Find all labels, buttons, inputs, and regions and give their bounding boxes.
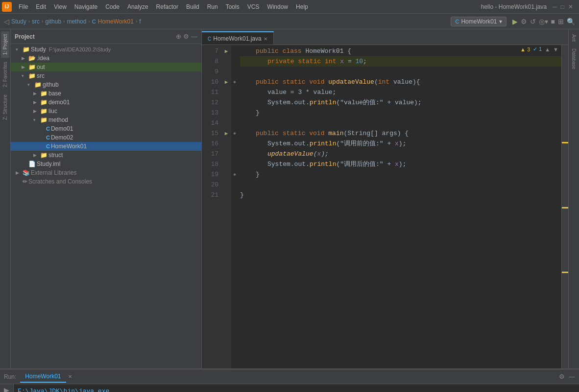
database-tab[interactable]: Database — [570, 46, 578, 72]
tree-idea[interactable]: ▶ 📂 .idea — [11, 54, 201, 63]
expand-arrow[interactable]: ▶ — [22, 56, 27, 61]
expand-arrow[interactable]: ▶ — [33, 100, 39, 105]
tree-root-study[interactable]: ▾ 📁 Study F:\java\IDEA2020.2\Study — [11, 45, 201, 54]
tree-scratches[interactable]: ✏ Scratches and Consoles — [11, 177, 201, 186]
minimize-button[interactable]: ─ — [553, 3, 557, 10]
maximize-button[interactable]: □ — [561, 3, 564, 10]
coverage-icon[interactable]: ◎▾ — [539, 18, 548, 25]
stop-icon[interactable]: ■ — [551, 18, 555, 25]
menu-build[interactable]: Build — [182, 2, 203, 12]
gutter-empty-9 — [221, 67, 231, 77]
sep2: › — [42, 19, 43, 24]
run-tab-close[interactable]: ✕ — [68, 374, 72, 379]
warning-marker-3 — [562, 272, 568, 273]
menu-vcs[interactable]: VCS — [243, 2, 264, 12]
tree-demo02-java[interactable]: C Demo02 — [11, 133, 201, 142]
check-icon: ✓ 1 — [533, 46, 542, 52]
menu-file[interactable]: File — [15, 2, 32, 12]
breadcrumb-github[interactable]: github — [45, 18, 61, 25]
bk-18 — [231, 159, 238, 169]
tree-label: demo01 — [48, 99, 70, 106]
debug-icon[interactable]: ↺ — [530, 18, 536, 25]
menu-code[interactable]: Code — [101, 2, 123, 12]
code-line-20 — [240, 180, 561, 190]
run-config-label: HomeWork01 — [461, 18, 497, 25]
run-config-dropdown-icon[interactable]: ▾ — [499, 18, 502, 25]
tree-label: github — [43, 81, 59, 88]
code-line-11: value = 3 * value; — [240, 87, 561, 97]
menu-refactor[interactable]: Refactor — [152, 2, 182, 12]
nav-up-icon[interactable]: ▲ — [545, 46, 550, 52]
settings-icon[interactable]: ⚙ — [559, 373, 565, 380]
menu-tools[interactable]: Tools — [222, 2, 243, 12]
run-output: F:\Java\JDK\bin\java.exe ... 调用前的值:10 va… — [14, 384, 579, 392]
tree-github[interactable]: ▾ 📁 github — [11, 80, 201, 89]
bk-11 — [231, 87, 238, 97]
breadcrumb-study[interactable]: Study — [11, 18, 26, 25]
editor-tab-homework[interactable]: C HomeWork01.java ✕ — [202, 31, 274, 45]
nav-back-icon[interactable]: ◁ — [4, 18, 9, 25]
expand-arrow[interactable]: ▶ — [33, 91, 39, 96]
line-num-9: 9 — [205, 67, 218, 77]
breadcrumb-src[interactable]: src — [32, 18, 40, 25]
menu-view[interactable]: View — [50, 2, 71, 12]
expand-arrow[interactable]: ▶ — [16, 170, 22, 175]
bottom-with-toolbar: ▶ ↑ ↓ ⟳ ☰ ⊞ 🖨 📌 F:\Java\JDK\bin\java.exe… — [0, 384, 579, 392]
folder-icon: 📁 — [40, 90, 48, 97]
breadcrumb-f[interactable]: f — [139, 18, 141, 25]
tab-close-icon[interactable]: ✕ — [264, 36, 267, 42]
project-tab[interactable]: 1: Project — [1, 31, 9, 58]
minimize-panel-icon[interactable]: — — [569, 373, 575, 380]
menu-run[interactable]: Run — [203, 2, 222, 12]
breadcrumb-homework[interactable]: HomeWork01 — [98, 18, 134, 25]
collapse-icon[interactable]: — — [191, 33, 197, 40]
expand-arrow[interactable]: ▶ — [33, 153, 39, 158]
expand-arrow[interactable]: ▾ — [27, 82, 33, 87]
close-button[interactable]: ✕ — [568, 3, 573, 10]
gutter-empty-16 — [221, 138, 231, 149]
run-btn-15[interactable]: ▶ — [221, 128, 231, 138]
build-icon[interactable]: ⚙ — [521, 18, 527, 25]
run-btn-10[interactable]: ▶ — [221, 77, 231, 87]
gear-icon[interactable]: ⚙ — [183, 33, 189, 40]
tree-out[interactable]: ▶ 📁 out — [11, 63, 201, 71]
code-editor: 7 8 9 10 11 12 13 14 15 16 17 18 19 20 — [202, 45, 568, 369]
code-content[interactable]: public class HomeWork01 { private static… — [238, 45, 561, 369]
favorites-tab[interactable]: 2: Favorites — [1, 59, 9, 90]
tree-src[interactable]: ▾ 📁 src — [11, 71, 201, 80]
menu-help[interactable]: Help — [292, 2, 312, 12]
run-tab[interactable]: HomeWork01 — [20, 371, 66, 383]
run-btn-7[interactable]: ▶ — [221, 46, 231, 56]
tree-study-iml[interactable]: 📄 Study.iml — [11, 160, 201, 168]
structure-tab[interactable]: Z: Structure — [1, 92, 9, 123]
layout-icon[interactable]: ⊞ — [558, 18, 564, 25]
tree-ext-libs[interactable]: ▶ 📚 External Libraries — [11, 168, 201, 177]
menu-navigate[interactable]: Navigate — [71, 2, 101, 12]
tree-liuc[interactable]: ▶ 📁 liuc — [11, 107, 201, 115]
scope-icon[interactable]: ⊕ — [176, 33, 181, 40]
app-icon: IJ — [2, 2, 12, 12]
tree-homework01-java[interactable]: C HomeWork01 — [11, 142, 201, 151]
menu-window[interactable]: Window — [263, 2, 292, 12]
tree-demo01-java[interactable]: C Demo01 — [11, 124, 201, 133]
bk-7 — [231, 46, 238, 56]
menu-edit[interactable]: Edit — [32, 2, 50, 12]
ant-tab[interactable]: Ant — [570, 31, 578, 45]
breadcrumb-method[interactable]: method — [67, 18, 86, 25]
nav-down-icon[interactable]: ▼ — [553, 46, 558, 52]
line-num-20: 20 — [205, 180, 218, 190]
run-again-icon[interactable]: ▶ — [4, 386, 9, 392]
tree-struct[interactable]: ▶ 📁 struct — [11, 151, 201, 160]
menu-analyze[interactable]: Analyze — [123, 2, 152, 12]
expand-arrow[interactable]: ▾ — [33, 117, 39, 122]
expand-arrow[interactable]: ▶ — [22, 65, 27, 69]
expand-arrow[interactable]: ▾ — [22, 73, 27, 78]
expand-arrow[interactable]: ▾ — [16, 47, 22, 52]
expand-arrow[interactable]: ▶ — [33, 109, 39, 114]
run-icon[interactable]: ▶ — [512, 18, 518, 25]
run-config[interactable]: C HomeWork01 ▾ — [451, 17, 506, 26]
tree-base[interactable]: ▶ 📁 base — [11, 89, 201, 98]
tree-method[interactable]: ▾ 📁 method — [11, 115, 201, 124]
search-icon[interactable]: 🔍 — [567, 18, 575, 25]
tree-demo01[interactable]: ▶ 📁 demo01 — [11, 98, 201, 107]
